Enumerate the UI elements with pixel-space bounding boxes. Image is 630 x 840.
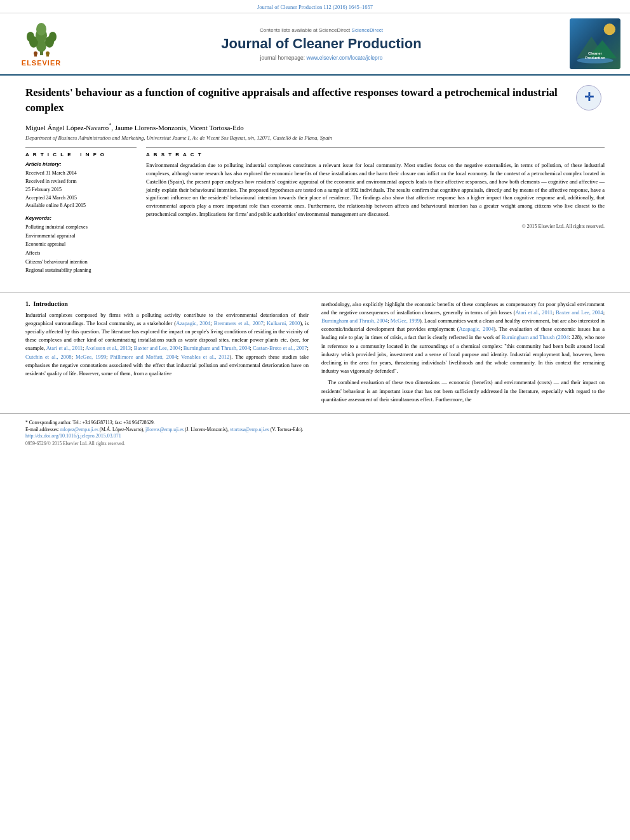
ref-castan-broto[interactable]: Castan-Broto et al., 2007 [253,345,307,351]
crossmark-icon[interactable]: ✛ [576,85,601,110]
ref-azapagic-2[interactable]: Azapagic, 2004 [459,326,493,332]
authors-text: Miguel Ángel López-Navarro*, Jaume Llore… [25,124,244,131]
body-right-col: methodology, also explicitly highlight t… [321,300,605,407]
history-revised: Received in revised form25 February 2015 [25,178,137,194]
issn-line: 0959-6526/© 2015 Elsevier Ltd. All right… [25,441,605,446]
ref-cutchin[interactable]: Cutchin et al., 2008 [25,354,72,360]
keywords-label: Keywords: [25,215,137,221]
body-left-col: 1. Introduction Industrial complexes com… [25,300,309,407]
svg-point-15 [604,23,615,35]
article-title-text: Residents' behaviour as a function of co… [25,86,558,114]
svg-point-6 [49,32,57,42]
journal-center: Contents lists available at ScienceDirec… [76,27,566,61]
body-columns: 1. Introduction Industrial complexes com… [0,300,630,407]
copyright-line: © 2015 Elsevier Ltd. All rights reserved… [146,223,605,229]
corresponding-note: * Corresponding author. Tel.: +34 964387… [25,419,605,434]
keyword-5: Citizens' behavioural intention [25,258,137,267]
ref-bremmers[interactable]: Bremmers et al., 2007 [214,320,264,326]
keyword-3: Economic appraisal [25,240,137,249]
article-info-col: A R T I C L E I N F O Article history: R… [25,147,137,275]
ref-axelsson[interactable]: Axelsson et al., 2013 [85,345,131,351]
article-info-heading: A R T I C L E I N F O [25,152,137,157]
history-label: Article history: [25,161,137,167]
ref-baxter-lee-2[interactable]: Baxter and Lee, 2004 [556,309,603,316]
info-abstract-columns: A R T I C L E I N F O Article history: R… [25,147,605,275]
doi-link[interactable]: http://dx.doi.org/10.1016/j.jclepro.2015… [25,433,605,439]
cleaner-production-logo: CleanerProduction [570,18,620,69]
crossmark-badge[interactable]: ✛ [576,85,605,114]
history-accepted: Accepted 24 March 2015 [25,194,137,203]
citation-bar: Journal of Cleaner Production 112 (2016)… [0,0,630,13]
email3-link[interactable]: vtortosa@emp.uji.es [230,427,269,432]
ref-azapagic-2004[interactable]: Azapagic, 2004 [176,320,210,326]
ref-mcgee[interactable]: McGee, 1999 [76,354,106,360]
journal-citation: Journal of Cleaner Production 112 (2016)… [257,4,373,10]
keyword-2: Environmental appraisal [25,232,137,241]
page: Journal of Cleaner Production 112 (2016)… [0,0,630,840]
email1-link[interactable]: mlopez@emp.uji.es [60,427,98,432]
ref-venables[interactable]: Venables et al., 2012 [181,354,229,360]
journal-logo-right: CleanerProduction [566,18,624,69]
ref-burningham-thrush-3[interactable]: Burningham and Thrush (2004 [502,334,569,340]
homepage-link[interactable]: www.elsevier.com/locate/jclepro [306,55,382,61]
article-title-container: Residents' behaviour as a function of co… [25,85,605,116]
footer: * Corresponding author. Tel.: +34 964387… [0,413,630,452]
elsevier-brand: ELSEVIER [22,59,61,67]
section1-title: 1. Introduction [25,300,309,307]
svg-point-7 [36,23,46,36]
affiliation: Department of Business Administration an… [25,135,605,141]
journal-header: ELSEVIER Contents lists available at Sci… [0,13,630,76]
svg-rect-11 [46,55,49,57]
ref-burningham-thrush-1[interactable]: Burningham and Thrush, 2004 [184,345,250,351]
sciencedirect-link[interactable]: ScienceDirect [352,27,383,33]
abstract-heading: A B S T R A C T [146,152,605,157]
ref-kulkarni[interactable]: Kulkarni, 2000 [267,320,300,326]
ref-atari-2[interactable]: Atari et al., 2011 [515,309,553,316]
divider [0,292,630,293]
journal-title: Journal of Cleaner Production [76,36,566,52]
article-content: Residents' behaviour as a function of co… [0,76,630,284]
section1-right-text: methodology, also explicitly highlight t… [321,300,605,404]
elsevier-logo: ELSEVIER [6,22,76,67]
elsevier-tree-icon [18,22,65,57]
journal-homepage: journal homepage: www.elsevier.com/locat… [76,55,566,61]
sciencedirect-line: Contents lists available at ScienceDirec… [76,27,566,33]
svg-point-5 [27,32,34,42]
ref-baxter-lee[interactable]: Baxter and Lee, 2004 [134,345,181,351]
abstract-col: A B S T R A C T Environmental degradatio… [146,147,605,275]
keyword-6: Regional sustainability planning [25,266,137,275]
ref-phillimore[interactable]: Phillimore and Moffatt, 2004 [111,354,177,360]
section1-left-text: Industrial complexes composed by firms w… [25,311,309,378]
abstract-text: Environmental degradation due to polluti… [146,161,605,218]
history-received: Received 31 March 2014 [25,170,137,178]
keyword-4: Affects [25,249,137,258]
authors-line: Miguel Ángel López-Navarro*, Jaume Llore… [25,123,605,132]
ref-mcgee-2[interactable]: McGee, 1999 [391,317,420,324]
keyword-1: Polluting industrial complexes [25,223,137,232]
svg-rect-9 [34,55,37,57]
email2-link[interactable]: jllorens@emp.uji.es [145,427,184,432]
cp-logo-text: CleanerProduction [585,51,605,60]
ref-atari[interactable]: Atari et al., 2011 [46,345,83,351]
history-online: Available online 8 April 2015 [25,202,137,210]
ref-burningham-thrush-2[interactable]: Burningham and Thrush, 2004 [321,317,387,324]
